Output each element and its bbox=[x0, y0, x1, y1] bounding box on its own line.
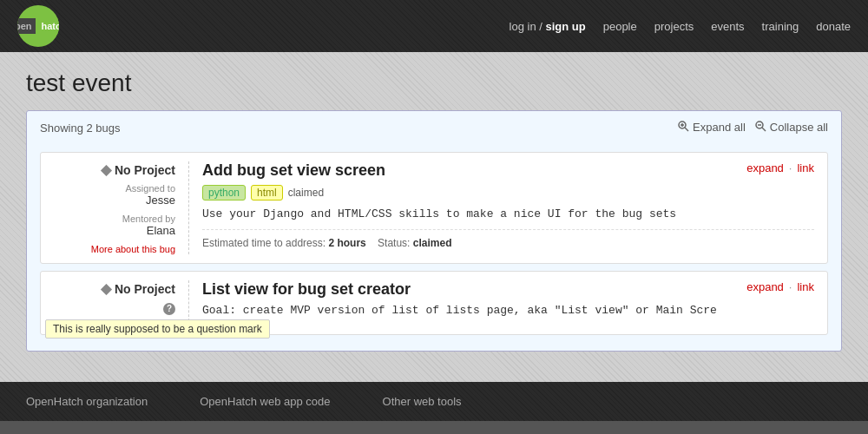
login-link[interactable]: log in / sign up bbox=[510, 20, 586, 33]
training-link[interactable]: training bbox=[762, 20, 799, 33]
expand-collapse-bar: Expand all Collapse all bbox=[677, 120, 828, 135]
bug-link-link-1[interactable]: link bbox=[797, 161, 814, 174]
bug-right-1: Add bug set view screen expand · link py… bbox=[188, 161, 814, 254]
collapse-all-label: Collapse all bbox=[770, 121, 828, 134]
bug-expand-link-2[interactable]: expand bbox=[746, 280, 784, 293]
bug-tags-1: python html claimed bbox=[202, 185, 814, 201]
footer-link-2[interactable]: Other web tools bbox=[383, 395, 462, 408]
signup-link[interactable]: sign up bbox=[545, 20, 585, 33]
assigned-to-label-1: Assigned to bbox=[54, 183, 175, 194]
bug-title-1: Add bug set view screen bbox=[202, 161, 385, 180]
bug-project-icon-1: ◆ bbox=[101, 161, 111, 178]
showing-bugs-count: Showing 2 bugs bbox=[40, 122, 121, 135]
bug-project-1: ◆ No Project bbox=[54, 161, 175, 178]
assigned-to-person-1: Jesse bbox=[54, 194, 175, 207]
projects-link[interactable]: projects bbox=[654, 20, 694, 33]
bug-link-link-2[interactable]: link bbox=[797, 280, 814, 293]
page-title: test event bbox=[26, 69, 842, 97]
question-mark-icon[interactable]: ? bbox=[163, 303, 175, 315]
estimated-label-1: Estimated time to address: bbox=[202, 237, 326, 249]
logo-circle[interactable]: open hatch bbox=[17, 5, 59, 47]
more-about-bug-link-1[interactable]: More about this bug bbox=[54, 244, 175, 254]
bug-project-2: ◆ No Project bbox=[54, 280, 175, 297]
bug-title-2: List view for bug set creator bbox=[202, 280, 411, 299]
bug-container: Showing 2 bugs Expand all bbox=[26, 110, 842, 352]
collapse-all-button[interactable]: Collapse all bbox=[754, 120, 828, 135]
tag-claimed-1: claimed bbox=[288, 187, 324, 199]
svg-line-5 bbox=[762, 128, 766, 131]
expand-all-label: Expand all bbox=[693, 121, 746, 134]
footer-link-0[interactable]: OpenHatch organization bbox=[26, 395, 148, 408]
bug-meta-1: Estimated time to address: 2 hours Statu… bbox=[202, 229, 814, 249]
bug-project-icon-2: ◆ bbox=[101, 280, 111, 297]
bug-title-row-2: List view for bug set creator expand · l… bbox=[202, 280, 814, 299]
expand-all-button[interactable]: Expand all bbox=[677, 120, 746, 135]
tag-html-1: html bbox=[251, 185, 283, 201]
bug-item-2: ◆ No Project ? This is really supposed t… bbox=[40, 271, 828, 335]
people-link[interactable]: people bbox=[603, 20, 637, 33]
status-label-1: Status: bbox=[378, 237, 410, 249]
bug-item-1: ◆ No Project Assigned to Jesse Mentored … bbox=[40, 152, 828, 264]
bug-description-2: Goal: create MVP version of list of list… bbox=[202, 304, 814, 317]
bug-actions-2: expand · link bbox=[746, 280, 814, 293]
header: open hatch log in / sign up people proje… bbox=[0, 0, 868, 52]
logo-hatch: hatch bbox=[36, 18, 59, 34]
status-value-1: claimed bbox=[413, 237, 452, 249]
footer: OpenHatch organization OpenHatch web app… bbox=[0, 382, 868, 421]
logo-open: open bbox=[17, 18, 36, 34]
logo: open hatch bbox=[17, 5, 59, 47]
events-link[interactable]: events bbox=[711, 20, 744, 33]
bug-title-row-1: Add bug set view screen expand · link bbox=[202, 161, 814, 180]
expand-all-icon bbox=[677, 120, 689, 135]
bug-left-1: ◆ No Project Assigned to Jesse Mentored … bbox=[54, 161, 175, 254]
bug-expand-link-1[interactable]: expand bbox=[746, 161, 784, 174]
mentored-by-label-1: Mentored by bbox=[54, 214, 175, 224]
svg-line-1 bbox=[685, 128, 688, 131]
collapse-all-icon bbox=[754, 120, 766, 135]
bug-right-2: List view for bug set creator expand · l… bbox=[188, 280, 814, 326]
bug-actions-1: expand · link bbox=[746, 161, 814, 174]
footer-link-1[interactable]: OpenHatch web app code bbox=[200, 395, 330, 408]
tag-python-1: python bbox=[202, 185, 246, 201]
estimated-time-1: 2 hours bbox=[328, 237, 365, 249]
main-content: test event Showing 2 bugs Expand all bbox=[0, 52, 868, 382]
tooltip-box: This is really supposed to be a question… bbox=[45, 319, 270, 339]
mentored-by-person-1: Elana bbox=[54, 224, 175, 237]
bug-left-2: ◆ No Project ? This is really supposed t… bbox=[54, 280, 175, 326]
bug-description-1: Use your Django and HTML/CSS skills to m… bbox=[202, 207, 814, 220]
main-nav: log in / sign up people projects events … bbox=[510, 20, 851, 33]
donate-link[interactable]: donate bbox=[816, 20, 851, 33]
